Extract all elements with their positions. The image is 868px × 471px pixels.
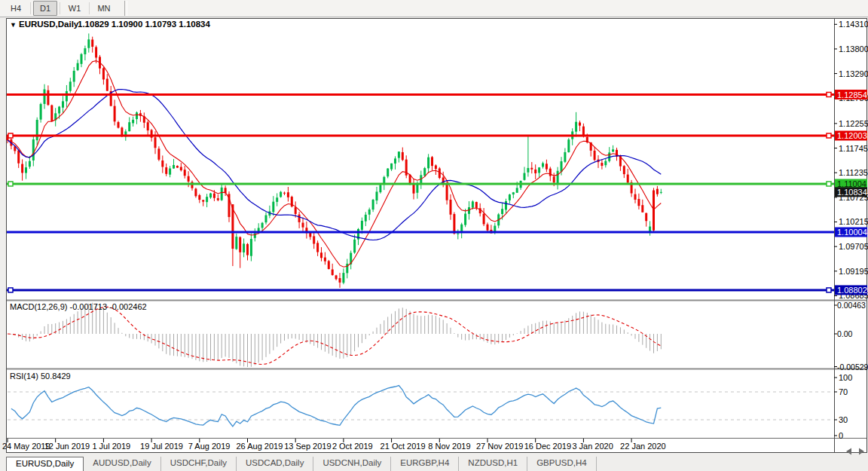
svg-text:1.10215: 1.10215 [839, 217, 868, 226]
line-handle-left[interactable] [8, 133, 13, 138]
rsi-pane[interactable] [7, 370, 834, 437]
chart-title-symbol: EURUSD,Daily [19, 20, 79, 29]
svg-text:1.09705: 1.09705 [839, 242, 868, 251]
price-badge-1.12854: 1.12854 [837, 90, 867, 99]
svg-text:26 Aug 2019: 26 Aug 2019 [237, 442, 283, 451]
svg-text:30: 30 [839, 415, 848, 424]
chart-tab-eurgbp-h4[interactable]: EURGBP,H4 [391, 457, 459, 471]
svg-text:1.14310: 1.14310 [839, 20, 868, 29]
chart-tabs: EURUSD,DailyAUDUSD,DailyUSDCHF,DailyUSDC… [6, 457, 597, 471]
svg-text:1.11235: 1.11235 [839, 168, 868, 177]
svg-text:8 Nov 2019: 8 Nov 2019 [428, 442, 470, 451]
chart-tab-gbpusd-h4[interactable]: GBPUSD,H4 [527, 457, 596, 471]
chart-tab-usdcnh-daily[interactable]: USDCNH,Daily [313, 457, 391, 471]
svg-text:2 Oct 2019: 2 Oct 2019 [332, 442, 373, 451]
price-badge-1.10004: 1.10004 [837, 228, 867, 237]
svg-text:27 Nov 2019: 27 Nov 2019 [476, 442, 523, 451]
line-handle-left[interactable] [8, 182, 13, 186]
chart-window: 1.143101.138001.132901.127801.122551.117… [0, 0, 868, 471]
rsi-label: RSI(14) 50.8429 [10, 372, 71, 381]
main-chart-pane[interactable] [7, 19, 834, 300]
price-badge-1.08802: 1.08802 [837, 286, 867, 295]
line-handle-right[interactable] [827, 182, 831, 186]
line-handle-left[interactable] [8, 288, 13, 292]
svg-text:0.00: 0.00 [837, 329, 853, 338]
svg-text:0: 0 [839, 431, 843, 440]
svg-text:22 Jan 2020: 22 Jan 2020 [620, 442, 666, 451]
price-badge-1.10834: 1.10834 [837, 188, 867, 197]
svg-text:100: 100 [839, 373, 852, 382]
line-handle-right[interactable] [827, 133, 831, 138]
svg-text:24 May 2019: 24 May 2019 [2, 442, 50, 451]
svg-text:12 Jun 2019: 12 Jun 2019 [44, 442, 90, 451]
svg-text:16 Dec 2019: 16 Dec 2019 [524, 442, 571, 451]
svg-text:7 Aug 2019: 7 Aug 2019 [188, 442, 231, 451]
svg-text:13 Sep 2019: 13 Sep 2019 [284, 442, 331, 451]
svg-text:1.12255: 1.12255 [839, 119, 868, 128]
svg-text:21 Oct 2019: 21 Oct 2019 [381, 442, 426, 451]
svg-text:1.11745: 1.11745 [839, 144, 868, 153]
svg-text:1.13800: 1.13800 [839, 44, 868, 54]
svg-text:3 Jan 2020: 3 Jan 2020 [572, 442, 613, 451]
svg-text:1.13290: 1.13290 [839, 69, 868, 78]
chart-tab-eurusd-daily[interactable]: EURUSD,Daily [6, 457, 84, 471]
line-handle-right[interactable] [827, 288, 831, 292]
chart-tab-audusd-daily[interactable]: AUDUSD,Daily [84, 457, 160, 471]
price-badge-1.12003: 1.12003 [837, 131, 867, 140]
macd-label: MACD(12,26,9) -0.001713 -0.002462 [10, 302, 147, 311]
svg-text:19 Jul 2019: 19 Jul 2019 [140, 442, 183, 451]
svg-text:-0.005299: -0.005299 [837, 362, 868, 372]
chart-tab-usdcad-daily[interactable]: USDCAD,Daily [237, 457, 313, 471]
chart-title-ohlc: 1.10829 1.10900 1.10793 1.10834 [78, 20, 210, 29]
chart-dropdown-icon[interactable]: ▼ [10, 21, 17, 29]
macd-pane[interactable] [7, 301, 834, 368]
svg-text:70: 70 [839, 387, 848, 396]
line-handle-right[interactable] [827, 93, 831, 97]
svg-text:1 Jul 2019: 1 Jul 2019 [92, 442, 130, 451]
chart-tab-nzdusd-h1[interactable]: NZDUSD,H1 [459, 457, 527, 471]
chart-tab-usdchf-daily[interactable]: USDCHF,Daily [161, 457, 237, 471]
svg-text:0.00463: 0.00463 [837, 301, 866, 310]
svg-text:1.09195: 1.09195 [839, 267, 868, 276]
